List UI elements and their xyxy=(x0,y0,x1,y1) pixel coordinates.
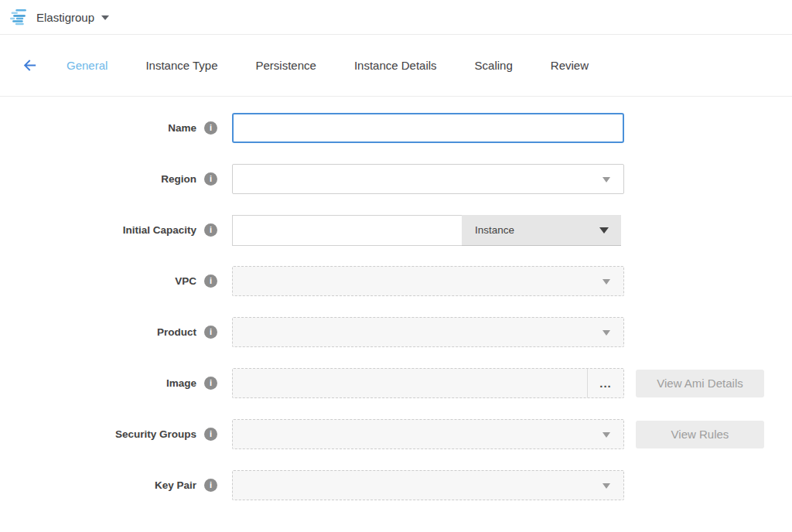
name-label: Name xyxy=(168,122,196,134)
tab-persistence[interactable]: Persistence xyxy=(254,56,318,75)
view-rules-button[interactable]: View Rules xyxy=(636,421,764,448)
product-info-icon[interactable]: i xyxy=(204,326,217,339)
wizard-tab-bar: General Instance Type Persistence Instan… xyxy=(0,35,792,97)
region-row: Region i xyxy=(0,164,792,194)
key-pair-label: Key Pair xyxy=(155,479,196,491)
name-info-icon[interactable]: i xyxy=(204,121,217,135)
security-groups-select[interactable] xyxy=(232,419,624,449)
tab-instance-details[interactable]: Instance Details xyxy=(353,56,439,75)
key-pair-select[interactable] xyxy=(232,470,624,500)
image-input[interactable]: ... xyxy=(232,368,624,398)
key-pair-row: Key Pair i xyxy=(0,470,792,500)
vpc-label: VPC xyxy=(175,275,196,287)
caret-down-icon xyxy=(603,279,610,285)
capacity-unit-select[interactable]: Instance xyxy=(462,215,621,246)
product-label: Product xyxy=(157,326,196,338)
image-info-icon[interactable]: i xyxy=(204,377,217,390)
vpc-info-icon[interactable]: i xyxy=(204,275,217,288)
name-input[interactable] xyxy=(232,113,624,143)
app-switcher-label[interactable]: Elastigroup xyxy=(36,11,94,24)
region-info-icon[interactable]: i xyxy=(204,172,217,186)
caret-down-icon xyxy=(599,227,609,234)
view-ami-details-button[interactable]: View Ami Details xyxy=(636,370,764,397)
vpc-select[interactable] xyxy=(232,266,624,296)
product-select[interactable] xyxy=(232,317,624,347)
tab-general[interactable]: General xyxy=(65,56,109,75)
product-row: Product i xyxy=(0,317,792,347)
initial-capacity-label: Initial Capacity xyxy=(123,224,196,236)
caret-down-icon xyxy=(603,330,610,336)
initial-capacity-info-icon[interactable]: i xyxy=(204,223,217,237)
security-groups-row: Security Groups i View Rules xyxy=(0,419,792,449)
initial-capacity-row: Initial Capacity i Instance xyxy=(0,215,792,245)
general-settings-form: Name i Region i Initial Capacity i Insta… xyxy=(0,97,792,500)
image-browse-button[interactable]: ... xyxy=(587,369,623,397)
back-button[interactable] xyxy=(12,56,46,74)
initial-capacity-input[interactable] xyxy=(232,215,462,246)
tab-list: General Instance Type Persistence Instan… xyxy=(65,56,590,75)
caret-down-icon xyxy=(603,177,610,182)
caret-down-icon xyxy=(603,432,610,438)
vpc-row: VPC i xyxy=(0,266,792,296)
capacity-unit-value: Instance xyxy=(475,224,514,236)
region-select[interactable] xyxy=(232,164,624,194)
elastigroup-logo-icon xyxy=(10,9,28,26)
name-row: Name i xyxy=(0,113,792,143)
caret-down-icon xyxy=(603,483,610,489)
key-pair-info-icon[interactable]: i xyxy=(204,479,217,492)
tab-scaling[interactable]: Scaling xyxy=(473,56,514,75)
security-groups-label: Security Groups xyxy=(115,428,196,440)
image-row: Image i ... View Ami Details xyxy=(0,368,792,398)
tab-review[interactable]: Review xyxy=(549,56,590,75)
image-label: Image xyxy=(166,377,196,389)
top-app-bar: Elastigroup xyxy=(0,0,792,35)
arrow-left-icon xyxy=(21,56,39,74)
tab-instance-type[interactable]: Instance Type xyxy=(144,56,219,75)
region-label: Region xyxy=(161,173,196,185)
app-switcher-caret-icon[interactable] xyxy=(101,15,109,20)
security-groups-info-icon[interactable]: i xyxy=(204,428,217,441)
